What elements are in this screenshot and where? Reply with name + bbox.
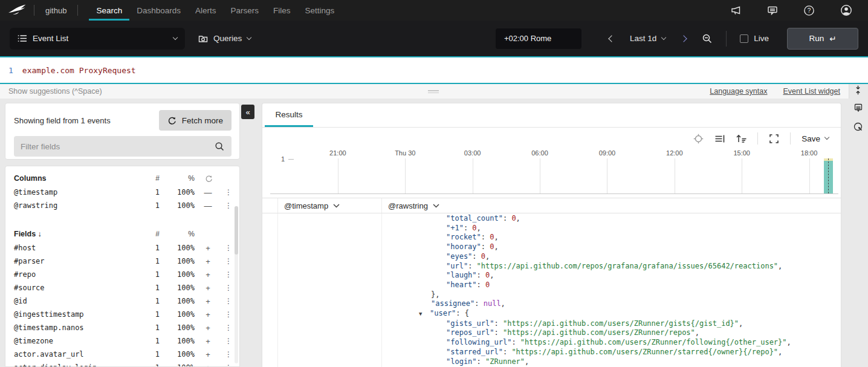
field-row[interactable]: @ingesttimestamp1100%+⋮ <box>5 308 239 321</box>
query-editor[interactable]: 1 example.com ProxyRequest <box>0 56 868 84</box>
fetch-more-button[interactable]: Fetch more <box>159 110 232 131</box>
field-menu-icon[interactable]: ⋮ <box>221 297 236 305</box>
help-icon[interactable]: ? <box>803 5 815 16</box>
fields-section-title[interactable]: Fields ↓ <box>14 230 138 238</box>
field-name[interactable]: #host <box>14 244 138 252</box>
field-action-button[interactable]: + <box>195 363 221 367</box>
json-event-viewer[interactable]: "total_count": 0,"+1": 0,"rocket": 0,"ho… <box>381 213 841 367</box>
field-action-button[interactable]: + <box>195 284 221 293</box>
chevron-down-icon[interactable] <box>433 204 439 208</box>
field-menu-icon[interactable]: ⋮ <box>221 363 236 367</box>
field-name[interactable]: @ingesttimestamp <box>14 310 138 319</box>
editor-resize-handle[interactable] <box>428 89 439 94</box>
field-menu-icon[interactable]: ⋮ <box>221 310 236 319</box>
field-name[interactable]: @timestamp <box>14 188 138 196</box>
field-menu-icon[interactable]: ⋮ <box>221 337 236 345</box>
nav-alerts[interactable]: Alerts <box>188 0 224 21</box>
field-row[interactable]: #host1100%+⋮ <box>5 241 239 255</box>
repository-name[interactable]: github <box>42 6 70 15</box>
filter-fields-input[interactable] <box>21 142 215 151</box>
field-action-button[interactable]: + <box>195 350 221 359</box>
histogram-bar[interactable] <box>824 158 833 193</box>
field-name[interactable]: @id <box>14 297 138 305</box>
language-syntax-link[interactable]: Language syntax <box>710 87 767 96</box>
announcements-icon[interactable] <box>730 5 742 16</box>
field-name[interactable]: @timezone <box>14 337 138 345</box>
refresh-columns-icon[interactable] <box>195 175 221 183</box>
field-row[interactable]: #source1100%+⋮ <box>5 281 239 294</box>
timestamp-column-header[interactable]: @timestamp <box>277 198 381 213</box>
live-checkbox[interactable] <box>740 34 748 43</box>
row-density-icon[interactable] <box>714 134 725 143</box>
field-name[interactable]: @rawstring <box>14 201 138 210</box>
field-row[interactable]: @timezone1100%+⋮ <box>5 334 239 348</box>
nav-settings[interactable]: Settings <box>298 0 342 21</box>
nav-search[interactable]: Search <box>89 0 129 21</box>
save-dropdown[interactable]: Save <box>802 134 829 143</box>
previous-range-icon[interactable] <box>608 35 615 42</box>
sort-ascending-icon[interactable] <box>736 134 747 143</box>
field-name[interactable]: #parser <box>14 257 138 265</box>
field-action-button[interactable]: + <box>195 297 221 306</box>
field-action-button[interactable]: — <box>195 201 221 210</box>
field-action-button[interactable]: + <box>195 323 221 333</box>
time-range-dropdown[interactable]: Last 1d <box>630 34 666 43</box>
field-row[interactable]: @rawstring1100%—⋮ <box>5 199 239 212</box>
chevron-down-icon[interactable] <box>333 204 340 208</box>
field-action-button[interactable]: — <box>195 188 221 197</box>
field-name[interactable]: actor.display_login <box>14 363 138 367</box>
field-menu-icon[interactable]: ⋮ <box>221 244 236 252</box>
view-selector-dropdown[interactable]: Event List <box>10 28 185 50</box>
query-text[interactable]: example.com ProxyRequest <box>22 66 136 75</box>
rawstring-column-header[interactable]: @rawstring <box>381 198 841 213</box>
zoom-out-icon[interactable] <box>702 33 713 44</box>
field-row[interactable]: #repo1100%+⋮ <box>5 268 239 281</box>
nav-parsers[interactable]: Parsers <box>224 0 267 21</box>
collapse-editor-icon[interactable] <box>853 85 863 95</box>
field-action-button[interactable]: + <box>195 337 221 346</box>
field-menu-icon[interactable]: ⋮ <box>221 323 236 332</box>
field-action-button[interactable]: + <box>195 244 221 253</box>
field-name[interactable]: #repo <box>14 270 138 279</box>
tab-results[interactable]: Results <box>265 110 313 127</box>
field-name[interactable]: @timestamp.nanos <box>14 323 138 332</box>
fields-panel-icon[interactable] <box>853 103 863 112</box>
inspect-icon[interactable] <box>853 122 863 132</box>
queries-dropdown[interactable]: Queries <box>198 34 251 43</box>
fullscreen-icon[interactable] <box>769 134 779 144</box>
field-row[interactable]: actor.avatar_url1100%+⋮ <box>5 348 239 361</box>
field-menu-icon[interactable]: ⋮ <box>221 201 236 210</box>
crowdstrike-logo-icon[interactable] <box>7 4 27 17</box>
field-row[interactable]: @timestamp.nanos1100%+⋮ <box>5 321 239 334</box>
field-menu-icon[interactable]: ⋮ <box>221 188 236 196</box>
field-menu-icon[interactable]: ⋮ <box>221 270 236 279</box>
live-toggle[interactable]: Live <box>740 34 769 43</box>
nav-dashboards[interactable]: Dashboards <box>129 0 188 21</box>
collapse-node-icon[interactable]: ▼ <box>419 310 430 319</box>
field-menu-icon[interactable]: ⋮ <box>221 284 236 292</box>
field-name[interactable]: #source <box>14 284 138 292</box>
timezone-input[interactable]: +02:00 Rome <box>496 28 581 49</box>
account-icon[interactable] <box>840 4 852 16</box>
field-menu-icon[interactable]: ⋮ <box>221 257 236 265</box>
field-action-button[interactable]: + <box>195 257 221 266</box>
nav-files[interactable]: Files <box>266 0 298 21</box>
field-row[interactable]: actor.display_login1100%+⋮ <box>5 361 239 367</box>
crosshair-icon[interactable] <box>693 134 704 144</box>
field-action-button[interactable]: + <box>195 310 221 319</box>
next-range-icon[interactable] <box>681 35 687 42</box>
field-action-button[interactable]: + <box>195 270 221 279</box>
histogram-plot[interactable]: 1 <box>270 158 838 194</box>
collapse-panel-button[interactable]: « <box>241 105 254 119</box>
run-button[interactable]: Run ↵ <box>787 28 858 50</box>
field-row[interactable]: #parser1100%+⋮ <box>5 255 239 268</box>
field-row[interactable]: @timestamp1100%—⋮ <box>5 186 239 199</box>
event-list-widget-link[interactable]: Event List widget <box>783 87 841 96</box>
event-histogram[interactable]: 21:00Thu 3003:0006:0009:0012:0015:0018:0… <box>270 149 838 194</box>
feedback-icon[interactable] <box>767 5 778 16</box>
fields-scrollbar[interactable] <box>235 206 238 363</box>
field-menu-icon[interactable]: ⋮ <box>221 350 236 359</box>
results-table-body[interactable]: "total_count": 0,"+1": 0,"rocket": 0,"ho… <box>262 213 841 367</box>
field-name[interactable]: actor.avatar_url <box>14 350 138 359</box>
field-row[interactable]: @id1100%+⋮ <box>5 294 239 308</box>
